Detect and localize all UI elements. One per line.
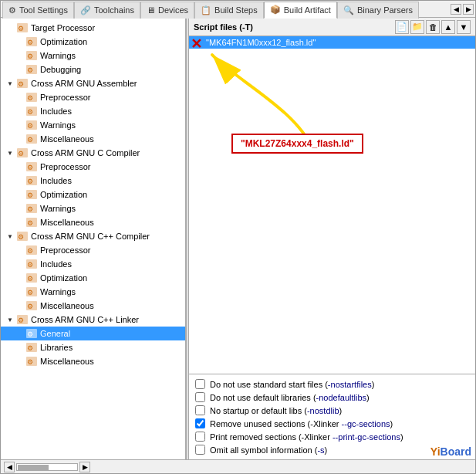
binary-parsers-icon: 🔍	[343, 5, 354, 15]
tree-item-linker-general[interactable]: ⚙ General	[1, 327, 185, 340]
tool-icon: ⚙	[25, 245, 38, 256]
tree-item-asm-misc[interactable]: ⚙ Miscellaneous	[1, 132, 185, 146]
tree-item-c-includes[interactable]: ⚙ Includes	[1, 174, 185, 188]
scroll-left-btn[interactable]: ◀	[4, 462, 15, 472]
add-script-button[interactable]: 📄	[395, 20, 409, 34]
main-content: ⚙ Target Processor ⚙ Optimization ⚙ Warn…	[1, 18, 475, 459]
checkbox-gc-sections: Remove unused sections (-Xlinker --gc-se…	[195, 417, 469, 430]
devices-icon: 🖥	[147, 5, 155, 15]
tree-item-c-optimization[interactable]: ⚙ Optimization	[1, 188, 185, 201]
scroll-right-btn[interactable]: ▶	[79, 462, 90, 472]
tab-tool-settings[interactable]: ⚙ Tool Settings	[2, 2, 74, 19]
tool-icon: ⚙	[25, 342, 38, 353]
tool-icon: ⚙	[25, 286, 38, 297]
tab-bar: ⚙ Tool Settings 🔗 Toolchains 🖥 Devices 📋…	[1, 1, 475, 18]
checkbox-nostdlib: No startup or default libs (-nostdlib)	[195, 404, 469, 417]
scroll-track[interactable]	[16, 463, 78, 471]
tool-settings-icon: ⚙	[8, 5, 16, 15]
delete-script-button[interactable]: 🗑	[426, 20, 440, 34]
svg-text:⚙: ⚙	[27, 289, 33, 296]
toolchains-icon: 🔗	[80, 5, 91, 15]
script-item[interactable]: "MK64FN1M0xxx12_flash.ld"	[189, 36, 475, 49]
tab-build-artifact[interactable]: 📦 Build Artifact	[264, 2, 337, 19]
omit-symbol-checkbox[interactable]	[195, 445, 205, 455]
tool-icon: ⚙	[25, 120, 38, 130]
svg-text:⚙: ⚙	[27, 178, 33, 185]
tree-item-assembler[interactable]: ▼ ⚙ Cross ARM GNU Assembler	[1, 76, 185, 90]
tree-item-c-warnings[interactable]: ⚙ Warnings	[1, 201, 185, 215]
tree-item-cpp-misc[interactable]: ⚙ Miscellaneous	[1, 299, 185, 313]
svg-text:⚙: ⚙	[18, 317, 24, 324]
tool-icon: ⚙	[25, 50, 38, 61]
script-list: "MK64FN1M0xxx12_flash.ld" ✕	[189, 36, 475, 374]
tool-icon: ⚙	[25, 175, 38, 186]
tree-item-linker-misc[interactable]: ⚙ Miscellaneous	[1, 354, 185, 368]
tool-icon: ⚙	[25, 217, 38, 228]
print-gc-sections-checkbox[interactable]	[195, 432, 205, 442]
svg-text:⚙: ⚙	[27, 39, 33, 46]
gc-sections-checkbox[interactable]	[195, 418, 205, 428]
checkbox-area: Do not use standard start files (-nostar…	[189, 374, 475, 459]
tree-item-cpp-preprocessor[interactable]: ⚙ Preprocessor	[1, 243, 185, 257]
tab-devices[interactable]: 🖥 Devices	[140, 2, 194, 19]
svg-text:⚙: ⚙	[27, 261, 33, 269]
tree-item-cpp-warnings[interactable]: ⚙ Warnings	[1, 285, 185, 299]
nostartfiles-checkbox[interactable]	[195, 379, 205, 389]
tab-scroll-left[interactable]: ◀	[451, 4, 461, 15]
checkbox-nostartfiles: Do not use standard start files (-nostar…	[195, 378, 469, 391]
tool-icon: ⚙	[25, 106, 38, 117]
scroll-buttons: ◀ ▶	[4, 462, 90, 472]
tool-icon: ⚙	[25, 356, 38, 367]
move-up-button[interactable]: ▲	[441, 20, 455, 34]
tree-item-optimization-1[interactable]: ⚙ Optimization	[1, 35, 185, 49]
move-down-button[interactable]: ▼	[457, 20, 471, 34]
svg-text:⚙: ⚙	[27, 164, 33, 171]
right-panel: Script files (-T) 📄 📁 🗑 ▲ ▼	[189, 18, 475, 459]
svg-text:⚙: ⚙	[18, 25, 24, 32]
build-artifact-icon: 📦	[270, 5, 281, 15]
tab-toolchains[interactable]: 🔗 Toolchains	[74, 2, 140, 19]
status-bar: ◀ ▶	[1, 459, 475, 473]
tree-panel: ⚙ Target Processor ⚙ Optimization ⚙ Warn…	[1, 18, 186, 459]
tool-icon: ⚙	[25, 189, 38, 200]
svg-text:⚙: ⚙	[27, 344, 33, 352]
tree-item-debugging[interactable]: ⚙ Debugging	[1, 63, 185, 76]
tree-item-cpp-linker[interactable]: ▼ ⚙ Cross ARM GNU C++ Linker	[1, 313, 185, 327]
tool-icon: ⚙	[16, 314, 29, 325]
tab-binary-parsers[interactable]: 🔍 Binary Parsers	[337, 2, 419, 19]
tree-item-linker-libraries[interactable]: ⚙ Libraries	[1, 340, 185, 354]
scroll-thumb[interactable]	[18, 465, 49, 471]
svg-text:⚙: ⚙	[27, 275, 33, 283]
tree-item-cpp-includes[interactable]: ⚙ Includes	[1, 257, 185, 271]
svg-text:⚙: ⚙	[18, 233, 24, 241]
tree-item-asm-includes[interactable]: ⚙ Includes	[1, 104, 185, 118]
tree-item-cpp-compiler[interactable]: ▼ ⚙ Cross ARM GNU C++ Compiler	[1, 229, 185, 243]
tool-icon: ⚙	[25, 259, 38, 269]
nostdlib-checkbox[interactable]	[195, 405, 205, 415]
add-workspace-button[interactable]: 📁	[410, 20, 424, 34]
svg-text:⚙: ⚙	[27, 205, 33, 213]
tool-icon: ⚙	[25, 64, 38, 75]
tab-scroll-right[interactable]: ▶	[463, 4, 474, 15]
checkbox-nodefaultlibs: Do not use default libraries (-nodefault…	[195, 391, 469, 404]
nodefaultlibs-checkbox[interactable]	[195, 392, 205, 402]
tool-icon: ⚙	[16, 147, 29, 158]
svg-text:⚙: ⚙	[27, 52, 33, 60]
tree-item-cpp-optimization[interactable]: ⚙ Optimization	[1, 271, 185, 285]
tree-item-c-misc[interactable]: ⚙ Miscellaneous	[1, 215, 185, 229]
svg-text:⚙: ⚙	[18, 80, 24, 88]
tool-icon: ⚙	[25, 300, 38, 311]
tree-item-c-preprocessor[interactable]: ⚙ Preprocessor	[1, 160, 185, 174]
tree-item-asm-preprocessor[interactable]: ⚙ Preprocessor	[1, 90, 185, 104]
svg-text:⚙: ⚙	[27, 330, 33, 338]
tree-item-target-processor[interactable]: ⚙ Target Processor	[1, 21, 185, 35]
tab-build-steps[interactable]: 📋 Build Steps	[194, 2, 264, 19]
tool-icon: ⚙	[25, 273, 38, 283]
svg-text:⚙: ⚙	[27, 136, 33, 144]
tab-scroll-buttons: ◀ ▶	[451, 4, 474, 15]
tree-item-warnings-1[interactable]: ⚙ Warnings	[1, 49, 185, 63]
tree-item-asm-warnings[interactable]: ⚙ Warnings	[1, 118, 185, 132]
checkbox-print-gc-sections: Print removed sections (-Xlinker --print…	[195, 430, 469, 443]
tool-icon: ⚙	[25, 328, 38, 339]
tree-item-c-compiler[interactable]: ▼ ⚙ Cross ARM GNU C Compiler	[1, 146, 185, 160]
